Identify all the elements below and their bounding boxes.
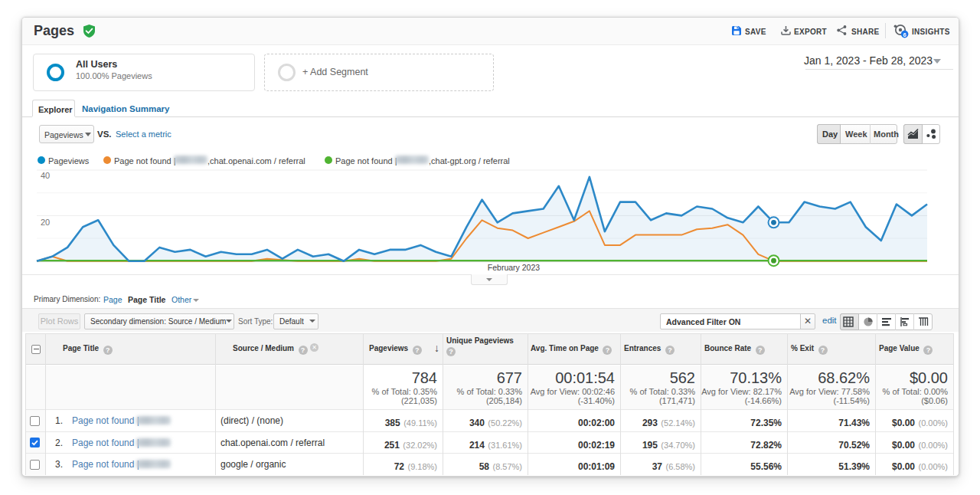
svg-text:40: 40 [41, 171, 50, 180]
svg-text:20: 20 [41, 218, 50, 227]
